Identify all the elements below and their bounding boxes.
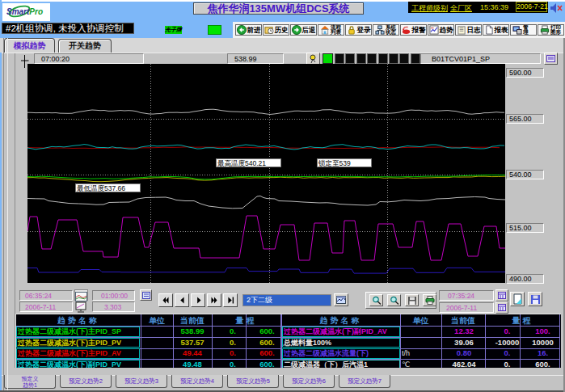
svg-text:SmartPro: SmartPro: [6, 7, 43, 16]
